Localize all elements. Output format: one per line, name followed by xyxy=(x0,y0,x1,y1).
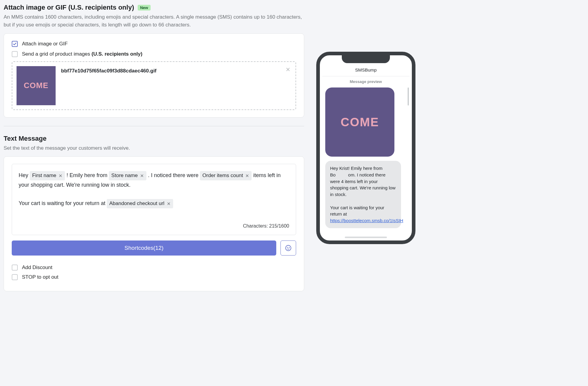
check-icon xyxy=(13,42,17,46)
upload-dropzone[interactable]: COME bbf77e10d75f65fac09f3d88cdaec460.gi… xyxy=(12,61,296,110)
smile-icon xyxy=(285,244,292,252)
phone-subheader: Message preview xyxy=(322,76,409,87)
section-divider xyxy=(4,126,304,126)
close-icon[interactable]: ✕ xyxy=(140,172,144,180)
upload-thumbnail: COME xyxy=(17,66,56,105)
preview-link[interactable]: https://boosttelecom.smsb.co/1IsSIH xyxy=(330,218,403,223)
bubble-text: Your cart is waiting for your return at xyxy=(330,205,384,217)
attach-image-checkbox[interactable] xyxy=(12,41,18,47)
svg-point-0 xyxy=(286,245,291,251)
add-discount-checkbox[interactable] xyxy=(12,265,18,271)
add-discount-label: Add Discount xyxy=(22,265,52,271)
stop-optout-checkbox[interactable] xyxy=(12,274,18,280)
editor-text: Your cart is waiting for your return at xyxy=(19,200,107,206)
attach-image-label: Attach image or GIF xyxy=(22,41,68,47)
attach-section-title: Attach image or GIF (U.S. recipients onl… xyxy=(4,4,134,11)
send-grid-label: Send a grid of product images (U.S. reci… xyxy=(22,51,142,57)
text-card: Hey First name✕ ! Emily here from Store … xyxy=(4,156,304,291)
pill-store-name[interactable]: Store name✕ xyxy=(109,171,146,180)
svg-point-2 xyxy=(289,247,289,248)
text-section-title: Text Message xyxy=(4,135,304,142)
pill-order-items-count[interactable]: Order items count✕ xyxy=(200,171,252,180)
editor-text: ! Emily here from xyxy=(66,172,109,178)
message-editor[interactable]: Hey First name✕ ! Emily here from Store … xyxy=(12,164,296,235)
pill-first-name[interactable]: First name✕ xyxy=(30,171,65,180)
editor-text: . I noticed there were xyxy=(148,172,200,178)
new-badge: New xyxy=(138,5,151,11)
preview-image: COME xyxy=(325,87,394,157)
shortcodes-button[interactable]: Shortcodes(12) xyxy=(12,240,276,256)
attach-section-header: Attach image or GIF (U.S. recipients onl… xyxy=(4,4,304,29)
phone-scroll[interactable]: COME Hey Krist! Emily here from Bo om. I… xyxy=(322,87,409,240)
send-grid-label-prefix: Send a grid of product images xyxy=(22,51,92,57)
message-bubble: Hey Krist! Emily here from Bo om. I noti… xyxy=(325,161,401,228)
scrollbar[interactable] xyxy=(408,87,409,106)
close-icon[interactable]: ✕ xyxy=(245,172,249,180)
close-icon[interactable]: ✕ xyxy=(59,172,63,180)
phone-header: SMSBump xyxy=(322,66,409,76)
text-section-header: Text Message Set the text of the message… xyxy=(4,135,304,152)
send-grid-label-bold: (U.S. recipients only) xyxy=(92,51,142,57)
editor-text: Hey xyxy=(19,172,30,178)
svg-point-1 xyxy=(287,247,287,248)
upload-filename: bbf77e10d75f65fac09f3d88cdaec460.gif xyxy=(61,68,157,74)
bubble-text: Hey Krist! Emily here from Bo om. I noti… xyxy=(330,166,396,197)
character-count: Characters: 215/1600 xyxy=(19,222,289,230)
attach-section-desc: An MMS contains 1600 characters, includi… xyxy=(4,13,304,29)
stop-optout-label: STOP to opt out xyxy=(22,274,58,280)
phone-preview: SMSBump Message preview COME Hey Krist! … xyxy=(316,52,415,244)
close-icon[interactable]: ✕ xyxy=(167,200,171,208)
home-indicator xyxy=(345,237,387,238)
pill-abandoned-checkout-url[interactable]: Abandoned checkout url✕ xyxy=(107,199,173,208)
text-section-desc: Set the text of the message your custome… xyxy=(4,144,304,152)
emoji-button[interactable] xyxy=(280,240,296,256)
phone-notch xyxy=(342,55,390,63)
attach-card: Attach image or GIF Send a grid of produ… xyxy=(4,33,304,118)
remove-upload-button[interactable] xyxy=(285,66,291,73)
send-grid-checkbox[interactable] xyxy=(12,51,18,57)
close-icon xyxy=(286,67,290,72)
